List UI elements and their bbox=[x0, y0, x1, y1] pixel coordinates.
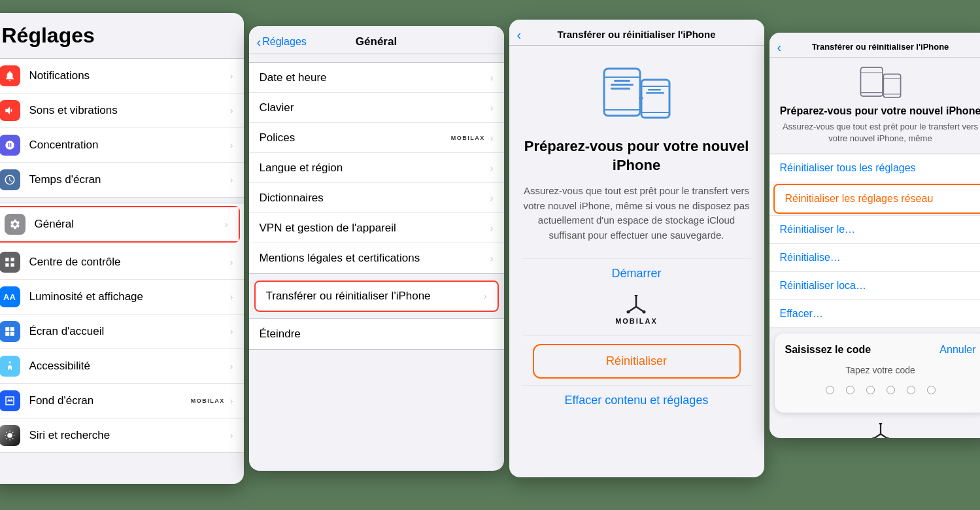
temps-ecran-label: Temps d'écran bbox=[29, 173, 230, 186]
general-icon bbox=[5, 214, 25, 235]
reset-navbar: ‹ Transférer ou réinitialiser l'iPhone bbox=[769, 33, 981, 58]
vpn-chevron: › bbox=[490, 223, 494, 233]
reset-prepare-desc: Assurez-vous que tout est prêt pour le t… bbox=[780, 121, 981, 144]
reset-header-content: Préparez-vous pour votre nouvel iPhone A… bbox=[769, 58, 981, 150]
effacer-btn[interactable]: Effacer contenu et réglages bbox=[522, 386, 751, 415]
settings-item-ecran-accueil[interactable]: Écran d'accueil › bbox=[0, 314, 244, 349]
settings-item-temps-ecran[interactable]: Temps d'écran › bbox=[0, 163, 244, 197]
mobilax-text-p3: MOBILAX bbox=[615, 317, 658, 325]
transfer-nav-title: Transférer ou réinitialiser l'iPhone bbox=[558, 29, 716, 40]
settings-item-accessibilite[interactable]: Accessibilité › bbox=[0, 349, 244, 384]
reset-option-6[interactable]: Effacer… bbox=[769, 300, 981, 328]
settings-item-general-highlighted[interactable]: Général › bbox=[0, 206, 240, 243]
passcode-dot-6 bbox=[927, 386, 936, 394]
settings-item-fond-ecran[interactable]: Fond d'écran MOBILAX › bbox=[0, 384, 244, 418]
concentration-chevron: › bbox=[230, 140, 233, 150]
svg-rect-5 bbox=[614, 80, 630, 82]
passcode-dot-5 bbox=[907, 386, 915, 394]
passcode-prompt: Tapez votre code bbox=[785, 365, 976, 375]
settings-item-sounds[interactable]: Sons et vibrations › bbox=[0, 94, 244, 128]
sounds-label: Sons et vibrations bbox=[29, 104, 230, 117]
reset-option-5[interactable]: Réinitialiser loca… bbox=[769, 272, 981, 300]
passcode-dot-1 bbox=[826, 386, 834, 394]
accessibilite-chevron: › bbox=[230, 361, 233, 371]
settings-item-centre-controle[interactable]: Centre de contrôle › bbox=[0, 245, 244, 280]
general-item-clavier[interactable]: Clavier › bbox=[249, 93, 504, 123]
settings-item-concentration[interactable]: Concentration › bbox=[0, 128, 244, 163]
transfer-demarrer-btn[interactable]: Démarrer bbox=[522, 259, 751, 288]
passcode-title: Saisissez le code bbox=[785, 344, 871, 356]
polices-chevron: › bbox=[490, 133, 494, 143]
transfer-main-content: Préparez-vous pour votre nouvel iPhone A… bbox=[509, 46, 764, 428]
transfer-prepare-desc: Assurez-vous que tout est prêt pour le t… bbox=[522, 184, 751, 243]
fond-ecran-chevron: › bbox=[230, 396, 233, 406]
panel-settings-main: Réglages Notifications › Sons et vibrati… bbox=[0, 13, 244, 484]
settings-header: Réglages bbox=[0, 13, 244, 53]
transfer-back-button[interactable]: ‹ bbox=[517, 28, 523, 41]
general-items-group: Date et heure › Clavier › Polices MOBILA… bbox=[249, 62, 504, 274]
svg-point-1 bbox=[7, 433, 12, 438]
general-item-eteindre[interactable]: Éteindre bbox=[249, 319, 504, 349]
passcode-dot-4 bbox=[887, 386, 895, 394]
settings-item-general[interactable]: Général › bbox=[0, 207, 239, 241]
passcode-header: Saisissez le code Annuler bbox=[785, 344, 976, 356]
general-back-button[interactable]: ‹ Réglages bbox=[257, 35, 307, 48]
reinitialiser-btn-highlighted[interactable]: Réinitialiser bbox=[533, 344, 741, 379]
reset-option-tous[interactable]: Réinitialiser tous les réglages bbox=[769, 154, 981, 182]
mobilax-logo-panel4: MOBILAX bbox=[769, 418, 981, 438]
settings-item-luminosite[interactable]: AA Luminosité et affichage › bbox=[0, 280, 244, 314]
settings-item-siri[interactable]: Siri et recherche › bbox=[0, 418, 244, 452]
siri-chevron: › bbox=[230, 430, 233, 441]
svg-rect-6 bbox=[611, 84, 634, 86]
dico-chevron: › bbox=[490, 193, 494, 203]
passcode-modal: Saisissez le code Annuler Tapez votre co… bbox=[775, 333, 981, 413]
ecran-accueil-label: Écran d'accueil bbox=[29, 325, 230, 338]
svg-point-16 bbox=[635, 295, 638, 297]
transfer-chevron: › bbox=[484, 291, 487, 301]
passcode-cancel-btn[interactable]: Annuler bbox=[939, 344, 975, 356]
svg-point-0 bbox=[8, 362, 10, 364]
notifications-label: Notifications bbox=[29, 69, 230, 82]
general-item-date[interactable]: Date et heure › bbox=[249, 63, 504, 93]
concentration-icon bbox=[0, 135, 20, 156]
reset-option-reseau-highlighted[interactable]: Réinitialiser les réglages réseau bbox=[773, 184, 981, 214]
temps-ecran-icon bbox=[0, 169, 20, 190]
reset-prepare-title: Préparez-vous pour votre nouvel iPhone bbox=[780, 105, 980, 117]
settings-item-notifications[interactable]: Notifications › bbox=[0, 59, 244, 94]
general-nav-title: Général bbox=[356, 35, 397, 48]
siri-icon bbox=[0, 425, 20, 446]
ecran-accueil-chevron: › bbox=[230, 326, 233, 337]
general-item-vpn[interactable]: VPN et gestion de l'appareil › bbox=[249, 213, 504, 243]
settings-group-1: Notifications › Sons et vibrations › Con… bbox=[0, 58, 244, 197]
general-item-dico[interactable]: Dictionnaires › bbox=[249, 183, 504, 213]
transfer-prepare-title: Préparez-vous pour votre nouvel iPhone bbox=[522, 137, 751, 175]
eteindre-group: Éteindre bbox=[249, 318, 504, 350]
reset-option-3[interactable]: Réinitialiser le… bbox=[769, 215, 981, 244]
siri-label: Siri et recherche bbox=[29, 429, 230, 442]
reset-back-button[interactable]: ‹ bbox=[777, 41, 783, 54]
passcode-dots-container bbox=[785, 386, 976, 394]
luminosite-chevron: › bbox=[230, 292, 233, 302]
fond-ecran-icon bbox=[0, 390, 20, 411]
reinitialiser-label: Réinitialiser bbox=[606, 354, 667, 367]
general-item-mentions[interactable]: Mentions légales et certifications › bbox=[249, 243, 504, 273]
svg-point-17 bbox=[627, 311, 630, 314]
svg-line-27 bbox=[881, 434, 888, 438]
sounds-icon bbox=[0, 100, 20, 121]
concentration-label: Concentration bbox=[29, 139, 230, 152]
langue-chevron: › bbox=[490, 163, 494, 173]
general-item-polices[interactable]: Polices MOBILAX › bbox=[249, 123, 504, 153]
luminosite-label: Luminosité et affichage bbox=[29, 290, 230, 303]
general-chevron: › bbox=[225, 219, 228, 230]
svg-rect-19 bbox=[860, 67, 883, 96]
reset-options-list: Réinitialiser tous les réglages Réinitia… bbox=[769, 154, 981, 328]
reset-back-arrow: ‹ bbox=[777, 41, 782, 54]
general-item-transfer-highlighted[interactable]: Transférer ou réinitialiser l'iPhone › bbox=[254, 280, 499, 312]
svg-point-18 bbox=[643, 311, 646, 314]
notifications-icon bbox=[0, 65, 20, 86]
temps-ecran-chevron: › bbox=[230, 175, 233, 185]
phone-transfer-icon bbox=[601, 65, 673, 124]
general-navbar: ‹ Réglages Général bbox=[249, 26, 504, 54]
reset-option-4[interactable]: Réinitialise… bbox=[769, 244, 981, 272]
general-item-langue[interactable]: Langue et région › bbox=[249, 153, 504, 183]
